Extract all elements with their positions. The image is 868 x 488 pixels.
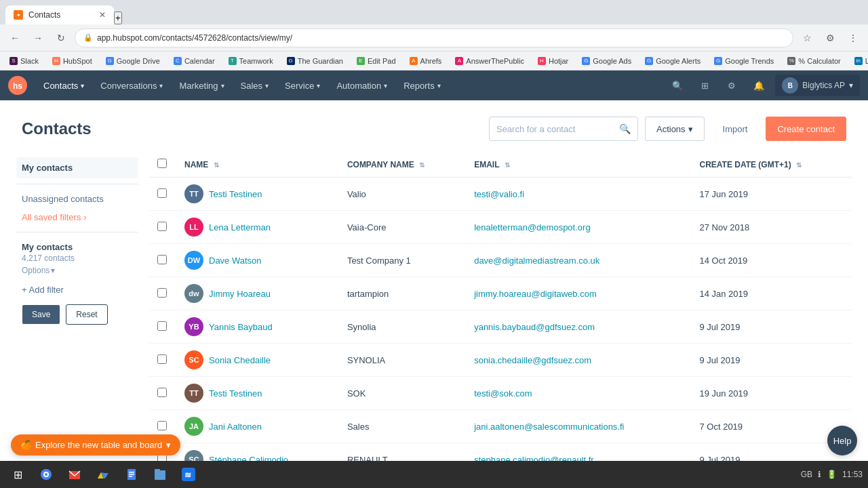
my-contacts-section[interactable]: My contacts [16, 157, 138, 178]
unassigned-contacts-link[interactable]: Unassigned contacts [16, 190, 138, 208]
user-menu-btn[interactable]: B Biglytics AP ▾ [775, 75, 860, 96]
hubspot-logo[interactable]: hs [8, 76, 27, 95]
contacts-count: 4,217 contacts [16, 253, 138, 266]
taskbar-chrome[interactable] [34, 462, 58, 487]
svg-rect-12 [129, 474, 134, 475]
taskbar-start[interactable]: ⊞ [5, 462, 30, 487]
search-input[interactable] [496, 124, 615, 134]
email-column-header[interactable]: EMAIL ⇅ [466, 152, 691, 178]
contact-name-link[interactable]: Lena Letterman [209, 222, 271, 232]
bookmark-gdrive[interactable]: G Google Drive [102, 56, 164, 66]
row-checkbox[interactable] [157, 388, 167, 397]
page-header: Contacts 🔍 Actions ▾ Import Create conta… [0, 100, 868, 152]
bookmark-calculator[interactable]: % % Calculator [783, 56, 844, 66]
row-checkbox[interactable] [157, 255, 167, 264]
taskbar-docs[interactable] [119, 462, 144, 487]
marketplace-icon[interactable]: ⊞ [694, 75, 715, 96]
notifications-icon[interactable]: 🔔 [748, 75, 770, 96]
name-sort-icon: ⇅ [214, 161, 219, 169]
nav-automation[interactable]: Automation ▾ [328, 70, 395, 100]
bookmark-hotjar[interactable]: H Hotjar [534, 56, 572, 66]
contact-name-link[interactable]: Dave Watson [209, 256, 262, 266]
address-bar[interactable]: 🔒 app.hubspot.com/contacts/4572628/conta… [75, 28, 793, 47]
contact-name-link[interactable]: Testi Testinen [209, 189, 262, 199]
taskbar-files[interactable] [148, 462, 172, 487]
contact-search-bar[interactable]: 🔍 [489, 117, 638, 141]
create-contact-btn[interactable]: Create contact [766, 117, 846, 141]
menu-btn[interactable]: ⋮ [844, 28, 863, 47]
name-column-header[interactable]: NAME ⇅ [176, 152, 339, 178]
nav-service[interactable]: Service ▾ [277, 70, 328, 100]
help-button[interactable]: Help [827, 426, 857, 455]
actions-btn[interactable]: Actions ▾ [645, 117, 705, 141]
email-link[interactable]: sonia.chedaille@gdfsuez.com [474, 355, 591, 365]
row-checkbox[interactable] [157, 222, 167, 231]
email-link[interactable]: lenaletterman@demospot.org [474, 222, 590, 232]
email-link[interactable]: yannis.baybaud@gdfsuez.com [474, 322, 595, 332]
actions-arrow-icon: ▾ [688, 124, 693, 134]
bookmark-favicon: G [287, 57, 295, 65]
bookmark-ahrefs[interactable]: A Ahrefs [406, 56, 446, 66]
bookmark-slack[interactable]: S Slack [5, 56, 43, 66]
contact-name-link[interactable]: Yannis Baybaud [209, 322, 273, 332]
nav-marketing[interactable]: Marketing ▾ [171, 70, 232, 100]
contact-name-link[interactable]: Testi Testinen [209, 388, 262, 399]
nav-sales[interactable]: Sales ▾ [233, 70, 277, 100]
settings-icon[interactable]: ⚙ [721, 75, 743, 96]
nav-conversations[interactable]: Conversations ▾ [92, 70, 171, 100]
nav-contacts[interactable]: Contacts ▾ [35, 70, 92, 100]
bookmark-googlealerts[interactable]: G Google Alerts [641, 56, 705, 66]
bookmark-hubspot[interactable]: H HubSpot [48, 56, 96, 66]
contact-name-link[interactable]: Jimmy Hoareau [209, 289, 271, 299]
bookmark-favicon: G [106, 57, 114, 65]
company-column-header[interactable]: COMPANY NAME ⇅ [339, 152, 466, 178]
bookmark-linkedin[interactable]: in LinkedIn [850, 56, 868, 66]
reset-btn[interactable]: Reset [66, 304, 107, 325]
contact-name-link[interactable]: Jani Aaltonen [209, 422, 262, 432]
email-link[interactable]: jani.aaltonen@salescommunications.fi [474, 422, 624, 432]
reload-btn[interactable]: ↻ [52, 28, 71, 47]
all-saved-filters-link[interactable]: All saved filters › [16, 208, 138, 226]
extensions-btn[interactable]: ⚙ [821, 28, 840, 47]
row-checkbox[interactable] [157, 421, 167, 430]
row-checkbox[interactable] [157, 321, 167, 331]
email-link[interactable]: jimmy.hoareau@digitaweb.com [474, 289, 597, 299]
bookmark-guardian[interactable]: G The Guardian [283, 56, 347, 66]
tab-close-btn[interactable]: ✕ [99, 10, 106, 20]
taskbar-wave[interactable]: ≋ [176, 462, 201, 487]
email-link[interactable]: testi@valio.fi [474, 189, 524, 199]
contact-name-link[interactable]: Sonia Chedaille [209, 355, 271, 365]
bookmark-answerthepublic[interactable]: A AnswerThePublic [451, 56, 528, 66]
taskbar-drive[interactable] [91, 462, 115, 487]
contact-name-cell: TT Testi Testinen [176, 377, 339, 410]
active-tab[interactable]: ✦ Contacts ✕ [5, 5, 114, 24]
import-btn[interactable]: Import [711, 117, 760, 141]
bookmark-label: Google Trends [725, 57, 774, 65]
contacts-table: NAME ⇅ COMPANY NAME ⇅ EMAIL ⇅ CREATE D [149, 152, 852, 488]
select-all-checkbox[interactable] [157, 159, 167, 168]
bookmark-favicon: A [455, 57, 463, 65]
row-checkbox[interactable] [157, 288, 167, 298]
email-link[interactable]: testi@sok.com [474, 388, 532, 399]
options-btn[interactable]: Options ▾ [22, 266, 55, 275]
email-link[interactable]: dave@digitalmediastream.co.uk [474, 256, 599, 266]
bookmark-editpad[interactable]: E Edit Pad [353, 56, 400, 66]
bookmark-googleads[interactable]: G Google Ads [578, 56, 635, 66]
bookmark-teamwork[interactable]: T Teamwork [224, 56, 277, 66]
row-checkbox[interactable] [157, 188, 167, 198]
forward-btn[interactable]: → [28, 28, 47, 47]
nav-reports[interactable]: Reports ▾ [395, 70, 449, 100]
bookmark-favicon: A [410, 57, 418, 65]
bookmark-googletrends[interactable]: G Google Trends [710, 56, 778, 66]
back-btn[interactable]: ← [5, 28, 24, 47]
bookmark-calendar[interactable]: C Calendar [170, 56, 219, 66]
save-btn[interactable]: Save [22, 304, 60, 325]
date-column-header[interactable]: CREATE DATE (GMT+1) ⇅ [691, 152, 852, 178]
row-checkbox[interactable] [157, 354, 167, 364]
bookmark-btn[interactable]: ☆ [797, 28, 816, 47]
search-icon[interactable]: 🔍 [667, 75, 688, 96]
add-filter-btn[interactable]: + Add filter [16, 281, 138, 299]
explore-banner[interactable]: 🍊 Explore the new table and board ▾ [11, 434, 180, 455]
new-tab-btn[interactable]: + [114, 12, 122, 24]
taskbar-mail[interactable] [62, 462, 87, 487]
